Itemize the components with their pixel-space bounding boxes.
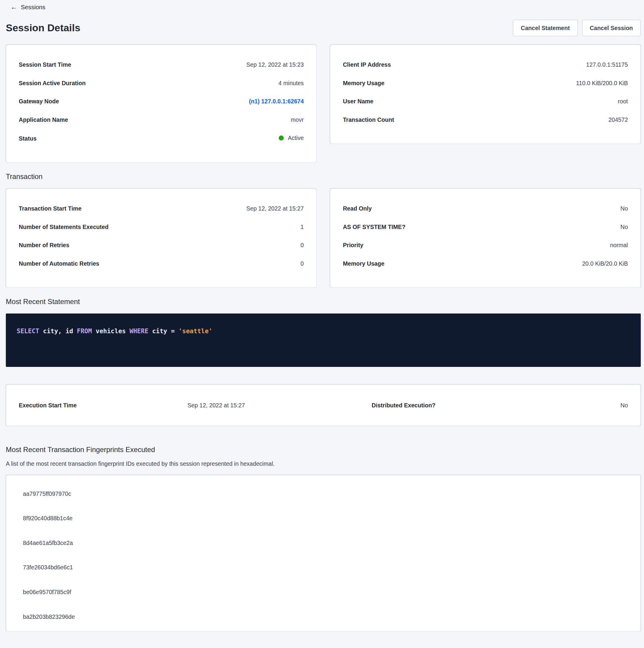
page-header: Session Details Cancel Statement Cancel … bbox=[6, 20, 641, 36]
transaction-props-card: Read Only No AS OF SYSTEM TIME? No Prior… bbox=[330, 188, 641, 288]
sql-token-condition: city = bbox=[149, 327, 179, 335]
user-name-row: User Name root bbox=[343, 98, 628, 105]
memory-usage-row: Memory Usage 110.0 KiB/200.0 KiB bbox=[343, 79, 628, 87]
statements-executed-row: Number of Statements Executed 1 bbox=[19, 223, 304, 230]
retries-row: Number of Retries 0 bbox=[19, 241, 304, 249]
read-only-value: No bbox=[621, 205, 628, 212]
priority-row: Priority normal bbox=[343, 241, 628, 249]
status-active-dot-icon bbox=[279, 136, 284, 141]
fingerprints-description: A list of the most recent transaction fi… bbox=[6, 460, 641, 468]
session-start-time-row: Session Start Time Sep 12, 2022 at 15:23 bbox=[19, 61, 304, 68]
read-only-row: Read Only No bbox=[343, 205, 628, 212]
retries-value: 0 bbox=[301, 241, 304, 249]
as-of-system-time-row: AS OF SYSTEM TIME? No bbox=[343, 223, 628, 230]
fingerprint-item: be06e9570f785c9f bbox=[6, 580, 640, 604]
transaction-count-value: 204572 bbox=[608, 116, 628, 123]
read-only-label: Read Only bbox=[343, 205, 372, 212]
application-name-row: Application Name movr bbox=[19, 116, 304, 123]
transaction-start-time-value: Sep 12, 2022 at 15:27 bbox=[246, 205, 304, 212]
cancel-statement-button[interactable]: Cancel Statement bbox=[513, 20, 578, 36]
sql-token-columns: city, id bbox=[39, 327, 77, 335]
status-label: Status bbox=[19, 134, 37, 142]
breadcrumb-label: Sessions bbox=[21, 4, 45, 10]
status-value-wrap: Active bbox=[279, 134, 303, 142]
sql-token-table: vehicles bbox=[92, 327, 129, 335]
transaction-count-row: Transaction Count 204572 bbox=[343, 116, 628, 123]
status-row: Status Active bbox=[19, 134, 304, 142]
priority-label: Priority bbox=[343, 241, 363, 249]
session-active-duration-row: Session Active Duration 4 minutes bbox=[19, 79, 304, 87]
fingerprint-item: ba2b203b823296de bbox=[6, 604, 640, 629]
statements-executed-value: 1 bbox=[301, 223, 304, 230]
client-ip-label: Client IP Address bbox=[343, 61, 391, 68]
user-name-value: root bbox=[618, 98, 628, 105]
transaction-start-time-label: Transaction Start Time bbox=[19, 205, 81, 212]
fingerprint-item: 73fe26034bd6e6c1 bbox=[6, 555, 640, 580]
memory-usage-label: Memory Usage bbox=[343, 79, 384, 87]
sql-token-from: FROM bbox=[77, 327, 92, 335]
client-ip-row: Client IP Address 127.0.0.1:51175 bbox=[343, 61, 628, 68]
transaction-info-card: Transaction Start Time Sep 12, 2022 at 1… bbox=[6, 188, 317, 288]
status-badge: Active bbox=[288, 134, 303, 142]
transaction-grid: Transaction Start Time Sep 12, 2022 at 1… bbox=[6, 188, 641, 288]
application-name-label: Application Name bbox=[19, 116, 68, 123]
session-active-duration-value: 4 minutes bbox=[279, 79, 304, 87]
gateway-node-row: Gateway Node (n1) 127.0.0.1:62674 bbox=[19, 98, 304, 105]
sql-token-select: SELECT bbox=[17, 327, 39, 335]
transaction-section-heading: Transaction bbox=[6, 173, 641, 181]
retries-label: Number of Retries bbox=[19, 241, 69, 249]
as-of-system-time-label: AS OF SYSTEM TIME? bbox=[343, 223, 405, 230]
distributed-execution-value: No bbox=[621, 402, 628, 409]
user-name-label: User Name bbox=[343, 98, 373, 105]
transaction-start-time-row: Transaction Start Time Sep 12, 2022 at 1… bbox=[19, 205, 304, 212]
session-info-card: Session Start Time Sep 12, 2022 at 15:23… bbox=[6, 45, 317, 163]
fingerprints-card: aa79775ff097970c 8f920c40d88b1c4e 8d4ae6… bbox=[6, 475, 641, 632]
cancel-session-button[interactable]: Cancel Session bbox=[582, 20, 641, 36]
client-ip-value: 127.0.0.1:51175 bbox=[586, 61, 628, 68]
sql-token-where: WHERE bbox=[129, 327, 148, 335]
session-active-duration-label: Session Active Duration bbox=[19, 79, 86, 87]
fingerprint-item: 8f920c40d88b1c4e bbox=[6, 506, 640, 530]
session-summary-grid: Session Start Time Sep 12, 2022 at 15:23… bbox=[6, 45, 641, 163]
session-details-page: ← Sessions Session Details Cancel Statem… bbox=[0, 0, 644, 648]
application-name-value: movr bbox=[291, 116, 304, 123]
fingerprint-item: 8d4ae61a5fb3ce2a bbox=[6, 530, 640, 555]
txn-memory-usage-label: Memory Usage bbox=[343, 260, 384, 267]
statement-section-heading: Most Recent Statement bbox=[6, 298, 641, 306]
session-start-time-label: Session Start Time bbox=[19, 61, 71, 68]
back-arrow-icon: ← bbox=[10, 4, 17, 10]
memory-usage-value: 110.0 KiB/200.0 KiB bbox=[576, 79, 628, 87]
breadcrumb-back-sessions[interactable]: ← Sessions bbox=[6, 0, 46, 10]
header-actions: Cancel Statement Cancel Session bbox=[513, 20, 641, 36]
priority-value: normal bbox=[610, 241, 628, 249]
session-start-time-value: Sep 12, 2022 at 15:23 bbox=[246, 61, 304, 68]
automatic-retries-value: 0 bbox=[301, 260, 304, 267]
execution-summary-card: Execution Start Time Sep 12, 2022 at 15:… bbox=[6, 384, 641, 426]
statements-executed-label: Number of Statements Executed bbox=[19, 223, 109, 230]
execution-start-time-value: Sep 12, 2022 at 15:27 bbox=[187, 402, 372, 409]
txn-memory-usage-value: 20.0 KiB/20.0 KiB bbox=[582, 260, 628, 267]
client-info-card: Client IP Address 127.0.0.1:51175 Memory… bbox=[330, 45, 641, 144]
transaction-count-label: Transaction Count bbox=[343, 116, 394, 123]
gateway-node-link[interactable]: (n1) 127.0.0.1:62674 bbox=[249, 98, 303, 105]
fingerprint-item: aa79775ff097970c bbox=[6, 481, 640, 506]
fingerprints-section-heading: Most Recent Transaction Fingerprints Exe… bbox=[6, 446, 641, 454]
automatic-retries-row: Number of Automatic Retries 0 bbox=[19, 260, 304, 267]
txn-memory-usage-row: Memory Usage 20.0 KiB/20.0 KiB bbox=[343, 260, 628, 267]
sql-code-block: SELECT city, id FROM vehicles WHERE city… bbox=[6, 314, 641, 367]
page-title: Session Details bbox=[6, 22, 80, 34]
automatic-retries-label: Number of Automatic Retries bbox=[19, 260, 99, 267]
gateway-node-label: Gateway Node bbox=[19, 98, 59, 105]
as-of-system-time-value: No bbox=[621, 223, 628, 230]
execution-start-time-label: Execution Start Time bbox=[19, 402, 187, 409]
sql-token-string-literal: 'seattle' bbox=[179, 327, 213, 335]
sql-statement: SELECT city, id FROM vehicles WHERE city… bbox=[17, 327, 630, 335]
distributed-execution-label: Distributed Execution? bbox=[372, 402, 621, 409]
